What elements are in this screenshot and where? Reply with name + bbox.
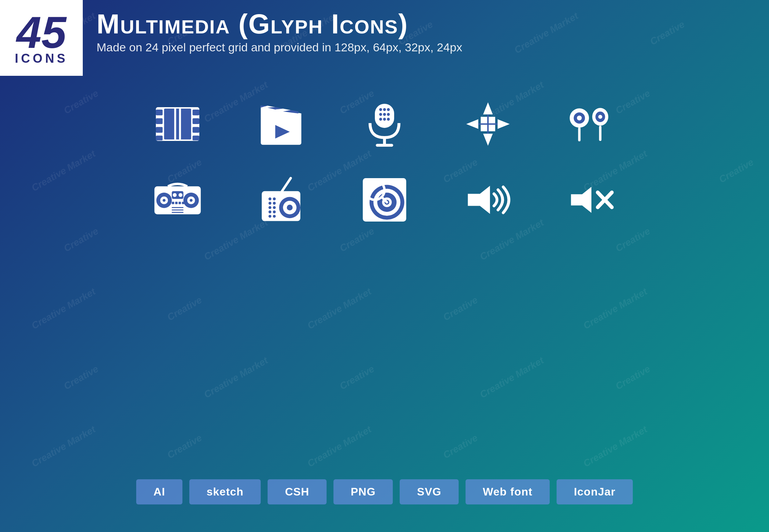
svg-point-74 — [269, 215, 271, 217]
svg-rect-6 — [192, 118, 199, 124]
svg-point-75 — [273, 215, 276, 217]
svg-point-72 — [269, 211, 271, 213]
svg-point-50 — [163, 199, 166, 202]
svg-rect-9 — [164, 109, 191, 140]
watermark: Creative — [441, 432, 480, 461]
svg-rect-20 — [375, 104, 394, 128]
svg-point-67 — [273, 197, 276, 200]
svg-marker-32 — [483, 102, 493, 114]
svg-rect-31 — [376, 144, 393, 146]
svg-point-22 — [383, 108, 386, 111]
svg-point-53 — [190, 199, 192, 202]
page-title: Multimedia (Glyph Icons) — [97, 10, 462, 38]
watermark: Creative Market — [581, 286, 649, 331]
header: Multimedia (Glyph Icons) Made on 24 pixe… — [97, 10, 462, 54]
svg-point-69 — [273, 202, 276, 205]
svg-rect-59 — [179, 202, 181, 204]
svg-point-78 — [287, 205, 293, 211]
svg-point-24 — [379, 113, 382, 116]
watermark: Creative Market — [202, 355, 270, 400]
svg-point-73 — [273, 211, 276, 213]
format-badge-sketch[interactable]: sketch — [189, 479, 261, 504]
svg-rect-30 — [383, 137, 386, 144]
watermark: Creative Market — [512, 10, 580, 56]
svg-rect-42 — [578, 127, 581, 141]
cd-icon — [353, 169, 416, 231]
format-badge-png[interactable]: PNG — [333, 479, 393, 504]
svg-point-29 — [387, 118, 390, 121]
watermark: Creative — [613, 364, 652, 392]
microphone-icon — [353, 93, 416, 155]
watermark: Creative Market — [581, 424, 649, 469]
svg-marker-33 — [483, 134, 493, 146]
format-badge-ai[interactable]: AI — [136, 479, 182, 504]
watermark: Creative Market — [478, 355, 546, 400]
svg-point-56 — [179, 193, 182, 197]
badge-number: 45 — [17, 10, 67, 55]
format-badge-webfont[interactable]: Web font — [466, 479, 550, 504]
clapperboard-icon — [250, 93, 312, 155]
svg-point-45 — [598, 115, 602, 119]
svg-point-23 — [387, 108, 390, 111]
watermark: Creative — [62, 364, 100, 392]
watermark: Creative — [338, 364, 376, 392]
svg-point-27 — [379, 118, 382, 121]
svg-point-70 — [269, 206, 271, 209]
svg-line-64 — [281, 178, 291, 193]
svg-point-41 — [577, 116, 582, 121]
svg-marker-88 — [571, 187, 591, 213]
svg-point-71 — [273, 206, 276, 209]
icons-row-2 — [147, 169, 622, 231]
svg-point-28 — [383, 118, 386, 121]
svg-point-66 — [269, 197, 271, 200]
svg-point-68 — [269, 202, 271, 205]
watermark-overlay: Creative Market Creative Creative Market… — [0, 0, 769, 532]
icons-section — [0, 93, 769, 231]
svg-rect-3 — [156, 127, 163, 133]
radio-icon — [250, 169, 312, 231]
watermark: Creative — [165, 432, 204, 461]
svg-rect-2 — [156, 118, 163, 124]
format-badges: AI sketch CSH PNG SVG Web font IconJar — [0, 479, 769, 504]
kite-icon — [457, 93, 519, 155]
format-badge-svg[interactable]: SVG — [400, 479, 459, 504]
svg-marker-35 — [498, 119, 510, 129]
svg-rect-11 — [179, 109, 181, 140]
svg-rect-7 — [192, 127, 199, 133]
boombox-icon — [147, 169, 209, 231]
watermark: Creative Market — [306, 424, 373, 469]
watermark: Creative Market — [306, 286, 373, 331]
watermark: Creative — [441, 295, 480, 323]
watermark: Creative Market — [30, 286, 98, 331]
svg-marker-34 — [466, 119, 478, 129]
svg-rect-58 — [175, 202, 178, 204]
earphones-icon — [560, 93, 622, 155]
svg-rect-10 — [174, 109, 176, 140]
svg-rect-5 — [192, 110, 199, 115]
svg-rect-60 — [182, 202, 184, 204]
badge-label: ICONS — [15, 51, 68, 66]
svg-marker-87 — [468, 186, 490, 214]
icon-count-badge: 45 ICONS — [0, 0, 83, 76]
svg-rect-46 — [599, 126, 601, 141]
icons-row-1 — [147, 93, 622, 155]
watermark: Creative Market — [30, 424, 98, 469]
speaker-volume-icon — [457, 169, 519, 231]
svg-rect-8 — [192, 136, 199, 141]
watermark: Creative — [165, 295, 204, 323]
svg-rect-1 — [156, 110, 163, 115]
format-badge-csh[interactable]: CSH — [268, 479, 327, 504]
svg-point-26 — [387, 113, 390, 116]
film-strip-icon — [147, 93, 209, 155]
svg-point-25 — [383, 113, 386, 116]
header-subtitle: Made on 24 pixel perfect grid and provid… — [97, 41, 462, 54]
svg-point-55 — [173, 193, 177, 197]
watermark: Creative — [648, 19, 687, 48]
speaker-mute-icon — [560, 169, 622, 231]
svg-rect-4 — [156, 136, 163, 141]
svg-point-21 — [379, 108, 382, 111]
svg-rect-57 — [172, 202, 174, 204]
format-badge-iconjar[interactable]: IconJar — [557, 479, 633, 504]
